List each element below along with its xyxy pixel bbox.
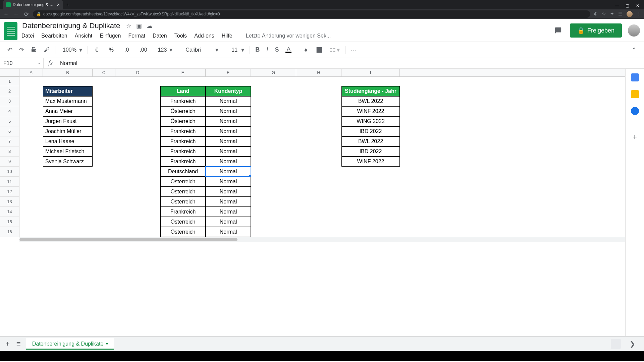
cell-D12[interactable] bbox=[115, 187, 160, 197]
cell-F3[interactable]: Normal bbox=[206, 96, 251, 106]
cell-E11[interactable]: Österreich bbox=[160, 177, 206, 187]
cell-F1[interactable] bbox=[206, 77, 251, 86]
italic-button[interactable]: I bbox=[264, 44, 271, 55]
menu-ansicht[interactable]: Ansicht bbox=[75, 33, 92, 39]
cell-H4[interactable] bbox=[296, 106, 341, 116]
more-toolbar-button[interactable]: ⋯ bbox=[348, 44, 360, 56]
cell-I13[interactable] bbox=[341, 197, 400, 207]
row-header-12[interactable]: 12 bbox=[0, 187, 19, 197]
cell-B1[interactable] bbox=[43, 77, 93, 86]
cell-D3[interactable] bbox=[115, 96, 160, 106]
cell-B10[interactable] bbox=[43, 167, 93, 177]
doc-title[interactable]: Datenbereinigung & Duplikate bbox=[21, 21, 121, 31]
col-header-H[interactable]: H bbox=[296, 69, 341, 76]
cell-D1[interactable] bbox=[115, 77, 160, 86]
star-doc-icon[interactable]: ☆ bbox=[126, 22, 131, 29]
forward-button[interactable]: → bbox=[13, 11, 19, 17]
cell-F6[interactable]: Normal bbox=[206, 126, 251, 136]
last-edit-link[interactable]: Letzte Änderung vor wenigen Sek... bbox=[246, 33, 331, 39]
cell-G2[interactable] bbox=[251, 86, 296, 96]
cell-I7[interactable]: BWL 2022 bbox=[341, 136, 400, 146]
cell-A7[interactable] bbox=[19, 136, 43, 146]
print-button[interactable]: 🖶 bbox=[28, 44, 40, 55]
cell-B16[interactable] bbox=[43, 227, 93, 237]
reading-list-icon[interactable]: ☰ bbox=[618, 11, 623, 17]
cell-H15[interactable] bbox=[296, 217, 341, 227]
percent-button[interactable]: % bbox=[104, 45, 118, 55]
cell-C9[interactable] bbox=[93, 157, 115, 167]
close-window-icon[interactable]: ✕ bbox=[636, 3, 639, 8]
cell-D6[interactable] bbox=[115, 126, 160, 136]
cell-A1[interactable] bbox=[19, 77, 43, 86]
cell-H6[interactable] bbox=[296, 126, 341, 136]
cell-E10[interactable]: Deutschland bbox=[160, 167, 206, 177]
cell-F15[interactable]: Normal bbox=[206, 217, 251, 227]
currency-button[interactable]: € bbox=[91, 45, 103, 55]
minimize-icon[interactable]: — bbox=[615, 3, 619, 8]
cell-H14[interactable] bbox=[296, 207, 341, 217]
row-header-8[interactable]: 8 bbox=[0, 146, 19, 157]
cell-B7[interactable]: Lena Haase bbox=[43, 136, 93, 146]
address-bar[interactable]: 🔒 docs.google.com/spreadsheets/d/1Jevzbk… bbox=[33, 10, 590, 18]
row-header-11[interactable]: 11 bbox=[0, 177, 19, 187]
cell-E5[interactable]: Österreich bbox=[160, 116, 206, 126]
cell-F16[interactable]: Normal bbox=[206, 227, 251, 237]
cell-I4[interactable]: WINF 2022 bbox=[341, 106, 400, 116]
menu-bearbeiten[interactable]: Bearbeiten bbox=[41, 33, 67, 39]
cell-A15[interactable] bbox=[19, 217, 43, 227]
cell-F5[interactable]: Normal bbox=[206, 116, 251, 126]
cell-G4[interactable] bbox=[251, 106, 296, 116]
menu-daten[interactable]: Daten bbox=[153, 33, 167, 39]
text-color-button[interactable]: A bbox=[283, 45, 294, 55]
cell-G6[interactable] bbox=[251, 126, 296, 136]
cell-E14[interactable]: Frankreich bbox=[160, 207, 206, 217]
cell-E3[interactable]: Frankreich bbox=[160, 96, 206, 106]
font-size-select[interactable]: 11▾ bbox=[227, 44, 247, 56]
cell-C12[interactable] bbox=[93, 187, 115, 197]
font-select[interactable]: Calibri▾ bbox=[181, 44, 221, 56]
horizontal-scrollbar[interactable] bbox=[19, 237, 625, 242]
cloud-status-icon[interactable]: ☁ bbox=[147, 22, 153, 29]
cell-B12[interactable] bbox=[43, 187, 93, 197]
cell-A8[interactable] bbox=[19, 146, 43, 157]
cell-A11[interactable] bbox=[19, 177, 43, 187]
cell-E8[interactable]: Frankreich bbox=[160, 146, 206, 157]
cell-F12[interactable]: Normal bbox=[206, 187, 251, 197]
row-header-4[interactable]: 4 bbox=[0, 106, 19, 116]
cell-G8[interactable] bbox=[251, 146, 296, 157]
cell-A5[interactable] bbox=[19, 116, 43, 126]
cell-C14[interactable] bbox=[93, 207, 115, 217]
cell-D11[interactable] bbox=[115, 177, 160, 187]
cell-C1[interactable] bbox=[93, 77, 115, 86]
sheet-tab[interactable]: Datenbereinigung & Duplikate ▾ bbox=[26, 338, 114, 350]
cell-I11[interactable] bbox=[341, 177, 400, 187]
cell-C15[interactable] bbox=[93, 217, 115, 227]
cell-H10[interactable] bbox=[296, 167, 341, 177]
cell-E2[interactable]: Land bbox=[160, 86, 206, 96]
cell-F9[interactable]: Normal bbox=[206, 157, 251, 167]
cell-I1[interactable] bbox=[341, 77, 400, 86]
cell-C6[interactable] bbox=[93, 126, 115, 136]
bold-button[interactable]: B bbox=[253, 44, 262, 55]
cell-F7[interactable]: Normal bbox=[206, 136, 251, 146]
sheets-logo[interactable] bbox=[4, 22, 17, 40]
move-doc-icon[interactable]: ▣ bbox=[136, 22, 142, 29]
cell-G12[interactable] bbox=[251, 187, 296, 197]
new-tab-button[interactable]: + bbox=[63, 1, 73, 9]
cell-I14[interactable] bbox=[341, 207, 400, 217]
cell-C2[interactable] bbox=[93, 86, 115, 96]
cell-D16[interactable] bbox=[115, 227, 160, 237]
cell-H13[interactable] bbox=[296, 197, 341, 207]
cell-G1[interactable] bbox=[251, 77, 296, 86]
cell-H2[interactable] bbox=[296, 86, 341, 96]
col-header-C[interactable]: C bbox=[93, 69, 115, 76]
row-header-2[interactable]: 2 bbox=[0, 86, 19, 96]
cell-D5[interactable] bbox=[115, 116, 160, 126]
paint-format-button[interactable]: 🖌 bbox=[41, 44, 52, 55]
row-header-9[interactable]: 9 bbox=[0, 157, 19, 167]
row-header-14[interactable]: 14 bbox=[0, 207, 19, 217]
cell-A12[interactable] bbox=[19, 187, 43, 197]
menu-einfügen[interactable]: Einfügen bbox=[100, 33, 121, 39]
row-header-5[interactable]: 5 bbox=[0, 116, 19, 126]
cell-E15[interactable]: Österreich bbox=[160, 217, 206, 227]
